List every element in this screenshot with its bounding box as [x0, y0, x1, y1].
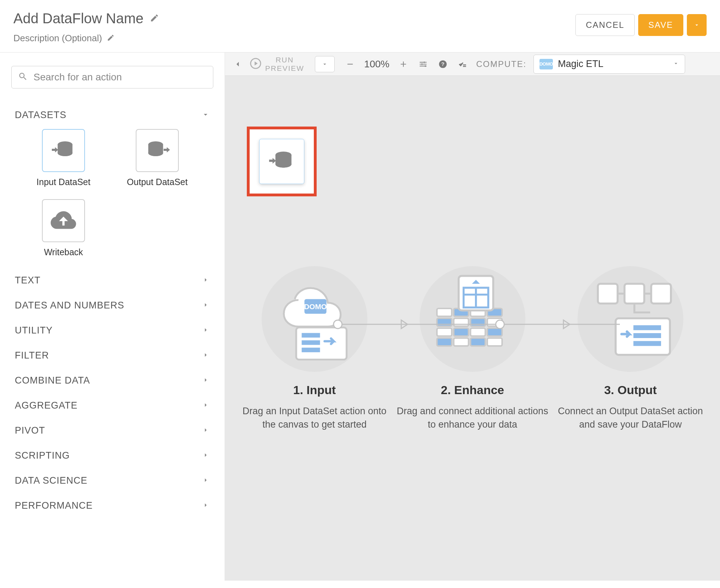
preview-options-dropdown[interactable] — [315, 56, 335, 72]
tile-output-dataset[interactable]: Output DataSet — [129, 129, 185, 187]
category-label: COMBINE DATA — [15, 375, 90, 386]
svg-rect-16 — [302, 340, 320, 345]
category-combine-data[interactable]: COMBINE DATA — [11, 368, 213, 393]
svg-text:?: ? — [441, 61, 445, 67]
dataflow-title[interactable]: Add DataFlow Name — [13, 11, 144, 26]
compute-label: COMPUTE: — [476, 59, 526, 69]
step-desc: Drag and connect additional actions to e… — [395, 405, 550, 431]
search-box[interactable] — [11, 66, 213, 88]
description-text[interactable]: Description (Optional) — [13, 33, 102, 44]
category-text[interactable]: TEXT — [11, 268, 213, 293]
chevron-right-icon — [201, 451, 210, 461]
step-title: 1. Input — [293, 383, 336, 397]
chevron-right-icon — [201, 426, 210, 436]
svg-rect-38 — [598, 284, 618, 304]
title-row[interactable]: Add DataFlow Name — [13, 11, 159, 26]
help-button[interactable]: ? — [435, 56, 451, 72]
category-dates-numbers[interactable]: DATES AND NUMBERS — [11, 293, 213, 318]
run-preview-label: RUN PREVIEW — [265, 56, 304, 72]
chevron-right-icon — [201, 301, 210, 311]
svg-rect-17 — [302, 348, 320, 352]
chevron-right-icon — [201, 326, 210, 336]
description-row[interactable]: Description (Optional) — [13, 33, 159, 44]
svg-point-6 — [421, 63, 423, 65]
compute-select[interactable]: DOMO Magic ETL — [533, 55, 685, 74]
cloud-upload-icon — [50, 207, 77, 235]
canvas-toolbar: RUN PREVIEW 100% ? COMPUT — [225, 53, 720, 76]
header-actions: CANCEL SAVE — [575, 14, 707, 36]
tile-label: Output DataSet — [127, 177, 188, 187]
category-label: DATES AND NUMBERS — [15, 300, 124, 311]
svg-point-11 — [275, 161, 292, 168]
dataset-tiles: Input DataSet Output DataSet — [11, 128, 213, 268]
run-preview-button[interactable]: RUN PREVIEW — [250, 56, 304, 72]
database-in-icon — [268, 147, 295, 176]
step-desc: Drag an Input DataSet action onto the ca… — [237, 405, 392, 431]
back-button[interactable] — [230, 56, 245, 72]
chevron-right-icon — [201, 276, 210, 286]
compute-badge: DOMO — [539, 59, 553, 69]
category-label: DATA SCIENCE — [15, 475, 87, 486]
svg-rect-40 — [651, 284, 671, 304]
category-scripting[interactable]: SCRIPTING — [11, 443, 213, 468]
tile-input-dataset[interactable]: Input DataSet — [35, 129, 92, 187]
zoom-level: 100% — [362, 59, 392, 70]
chevron-right-icon — [201, 401, 210, 411]
database-out-icon — [145, 137, 170, 164]
chevron-right-icon — [201, 476, 210, 486]
category-performance[interactable]: PERFORMANCE — [11, 493, 213, 518]
category-datasets[interactable]: DATASETS — [11, 103, 213, 128]
chevron-right-icon — [201, 501, 210, 511]
svg-rect-30 — [437, 338, 452, 346]
category-label: PERFORMANCE — [15, 500, 93, 511]
svg-point-7 — [425, 65, 426, 67]
play-icon — [250, 57, 262, 71]
svg-point-49 — [496, 320, 504, 329]
validate-button[interactable] — [455, 56, 470, 72]
save-button[interactable]: SAVE — [638, 14, 683, 36]
chevron-right-icon — [201, 376, 210, 386]
step-connector-icon — [331, 317, 627, 331]
svg-rect-18 — [437, 308, 452, 316]
category-filter[interactable]: FILTER — [11, 343, 213, 368]
category-aggregate[interactable]: AGGREGATE — [11, 393, 213, 418]
category-label: DATASETS — [15, 110, 67, 121]
canvas-input-dataset-node[interactable] — [247, 127, 317, 196]
svg-point-48 — [334, 320, 342, 329]
pencil-icon[interactable] — [107, 34, 115, 43]
search-input[interactable] — [33, 72, 207, 83]
svg-rect-33 — [487, 338, 502, 346]
canvas-wrap: RUN PREVIEW 100% ? COMPUT — [225, 53, 720, 581]
body: DATASETS Input DataSet — [0, 53, 720, 581]
category-label: SCRIPTING — [15, 450, 70, 461]
search-icon — [18, 72, 28, 83]
pencil-icon[interactable] — [150, 13, 159, 24]
chevron-down-icon — [201, 110, 210, 120]
category-label: TEXT — [15, 275, 41, 286]
zoom-out-button[interactable] — [342, 56, 358, 72]
onboarding-hero: DOMO 1. Input Drag an Input DataSet act — [225, 263, 720, 431]
step-enhance: 2. Enhance Drag and connect additional a… — [395, 263, 550, 431]
chevron-down-icon — [673, 60, 679, 68]
category-pivot[interactable]: PIVOT — [11, 418, 213, 443]
save-dropdown-button[interactable] — [687, 14, 707, 36]
category-utility[interactable]: UTILITY — [11, 318, 213, 343]
step-desc: Connect an Output DataSet action and sav… — [553, 405, 708, 431]
header: Add DataFlow Name Description (Optional)… — [0, 0, 720, 53]
tile-writeback[interactable]: Writeback — [35, 199, 92, 257]
svg-point-3 — [148, 150, 163, 156]
svg-rect-32 — [470, 338, 485, 346]
category-label: PIVOT — [15, 425, 45, 436]
step-input: DOMO 1. Input Drag an Input DataSet act — [237, 263, 392, 431]
canvas[interactable]: DOMO 1. Input Drag an Input DataSet act — [225, 76, 720, 581]
cancel-button[interactable]: CANCEL — [575, 14, 634, 36]
category-label: UTILITY — [15, 325, 53, 336]
category-label: FILTER — [15, 350, 49, 361]
svg-rect-45 — [633, 333, 661, 338]
category-data-science[interactable]: DATA SCIENCE — [11, 468, 213, 493]
settings-sliders-button[interactable] — [415, 56, 431, 72]
svg-rect-15 — [302, 333, 320, 338]
compute-value: Magic ETL — [558, 59, 668, 69]
step-title: 3. Output — [604, 383, 657, 397]
zoom-in-button[interactable] — [396, 56, 411, 72]
